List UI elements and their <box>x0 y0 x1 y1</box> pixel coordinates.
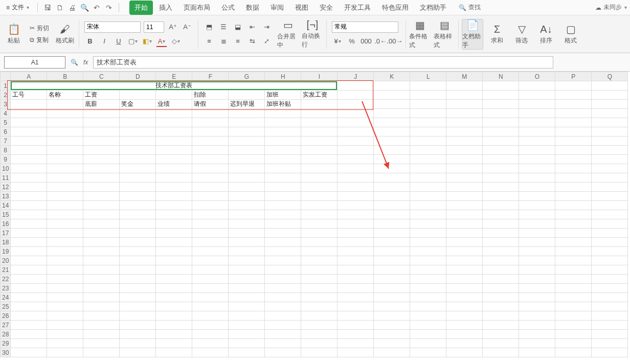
cell[interactable] <box>338 136 374 146</box>
cell[interactable] <box>519 265 555 275</box>
cell[interactable] <box>156 192 192 201</box>
fill-color-button[interactable]: ◧▾ <box>142 36 153 47</box>
cell[interactable] <box>374 284 410 293</box>
cell[interactable] <box>338 210 374 219</box>
cell[interactable] <box>483 127 519 136</box>
cell[interactable] <box>555 311 592 321</box>
cell[interactable]: 名称 <box>47 90 83 100</box>
cell[interactable] <box>483 256 519 265</box>
cell[interactable] <box>301 339 338 348</box>
cell[interactable] <box>410 293 446 302</box>
cell[interactable] <box>519 256 555 265</box>
cell[interactable] <box>83 247 120 256</box>
cell[interactable] <box>11 201 47 210</box>
cell[interactable] <box>338 311 374 321</box>
cell[interactable] <box>592 192 628 201</box>
row-header[interactable]: 9 <box>1 155 11 164</box>
cell[interactable] <box>11 302 47 311</box>
cell[interactable] <box>374 238 410 247</box>
cell[interactable] <box>47 127 83 136</box>
cell[interactable]: 工号 <box>11 90 47 100</box>
cell[interactable] <box>83 210 120 219</box>
cell[interactable] <box>265 339 301 348</box>
cell[interactable] <box>301 238 338 247</box>
cell[interactable] <box>47 155 83 164</box>
align-left-button[interactable]: ≡ <box>204 36 215 47</box>
cell[interactable] <box>301 284 338 293</box>
cell[interactable] <box>83 302 120 311</box>
row-header[interactable]: 3 <box>1 100 11 109</box>
row-header[interactable]: 20 <box>1 256 11 265</box>
row-header[interactable]: 7 <box>1 136 11 146</box>
cell[interactable] <box>229 192 265 201</box>
cell[interactable] <box>11 256 47 265</box>
cell[interactable] <box>301 275 338 284</box>
cell[interactable] <box>374 183 410 192</box>
cell[interactable] <box>229 183 265 192</box>
cell[interactable] <box>47 173 83 183</box>
cell[interactable] <box>192 127 229 136</box>
cell[interactable] <box>301 265 338 275</box>
cell[interactable] <box>192 247 229 256</box>
cell[interactable] <box>156 321 192 330</box>
cell[interactable] <box>519 219 555 229</box>
cell[interactable] <box>47 339 83 348</box>
row-header[interactable]: 18 <box>1 238 11 247</box>
cell[interactable] <box>410 238 446 247</box>
cell[interactable] <box>120 201 156 210</box>
tab-developer[interactable]: 开发工具 <box>339 1 376 15</box>
cell[interactable] <box>156 265 192 275</box>
cell[interactable] <box>374 247 410 256</box>
cell[interactable] <box>156 155 192 164</box>
cell[interactable] <box>47 311 83 321</box>
cell[interactable] <box>229 127 265 136</box>
cell[interactable] <box>192 311 229 321</box>
cell[interactable] <box>83 219 120 229</box>
tab-layout[interactable]: 页面布局 <box>178 1 215 15</box>
cell[interactable] <box>192 302 229 311</box>
cell[interactable] <box>483 348 519 357</box>
cell[interactable] <box>338 330 374 339</box>
cell[interactable] <box>156 219 192 229</box>
cell[interactable] <box>11 321 47 330</box>
cell[interactable] <box>555 339 592 348</box>
cell[interactable] <box>301 229 338 238</box>
cell[interactable] <box>192 229 229 238</box>
cell[interactable] <box>410 90 446 100</box>
cell[interactable] <box>410 339 446 348</box>
cell[interactable] <box>446 302 483 311</box>
cell[interactable] <box>410 321 446 330</box>
cell[interactable] <box>483 238 519 247</box>
cell[interactable] <box>410 183 446 192</box>
cell[interactable] <box>83 229 120 238</box>
cell[interactable] <box>446 136 483 146</box>
cell[interactable] <box>519 348 555 357</box>
cell[interactable] <box>265 127 301 136</box>
cell[interactable] <box>301 127 338 136</box>
cell[interactable] <box>555 118 592 127</box>
col-header[interactable]: A <box>11 72 47 81</box>
cell[interactable] <box>483 339 519 348</box>
cell[interactable] <box>83 173 120 183</box>
cell[interactable] <box>592 339 628 348</box>
cell[interactable] <box>192 265 229 275</box>
cell[interactable] <box>519 247 555 256</box>
cell[interactable] <box>47 284 83 293</box>
cell[interactable] <box>47 321 83 330</box>
cell[interactable] <box>592 100 628 109</box>
cell[interactable] <box>555 155 592 164</box>
cell[interactable] <box>301 348 338 357</box>
doc-helper-button[interactable]: 📄 文档助手 <box>462 19 483 50</box>
cell[interactable] <box>229 109 265 118</box>
cell[interactable] <box>120 293 156 302</box>
cell[interactable] <box>519 293 555 302</box>
col-header[interactable]: M <box>446 72 483 81</box>
cell[interactable] <box>83 155 120 164</box>
row-header[interactable]: 10 <box>1 164 11 173</box>
row-header[interactable]: 24 <box>1 293 11 302</box>
cell[interactable] <box>301 302 338 311</box>
cell[interactable] <box>483 146 519 155</box>
cell[interactable] <box>301 136 338 146</box>
col-header[interactable]: D <box>120 72 156 81</box>
row-header[interactable]: 29 <box>1 339 11 348</box>
